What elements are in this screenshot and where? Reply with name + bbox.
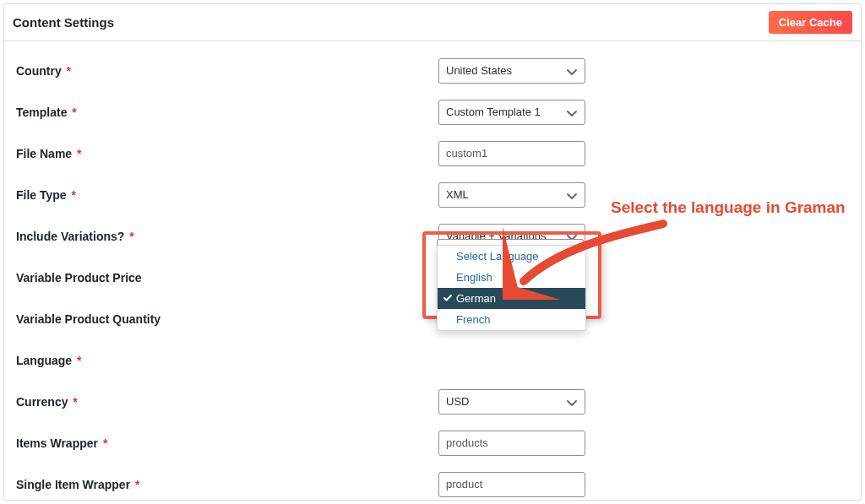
country-select[interactable]: United States — [438, 58, 585, 84]
label-include-variations-text: Include Variations? — [16, 230, 124, 243]
row-country: Country * United States — [16, 50, 849, 91]
row-single-item-wrapper: Single Item Wrapper * — [16, 463, 849, 504]
language-option-placeholder[interactable]: Select Language — [438, 246, 585, 267]
file-name-input[interactable] — [438, 141, 585, 166]
template-select[interactable]: Custom Template 1 — [438, 100, 585, 125]
label-variable-product-price: Variable Product Price — [16, 271, 438, 285]
row-items-wrapper: Items Wrapper * — [16, 422, 849, 463]
required-marker: * — [135, 478, 139, 491]
chevron-down-icon — [564, 395, 579, 410]
clear-cache-button[interactable]: Clear Cache — [769, 11, 852, 34]
label-country-text: Country — [16, 64, 62, 78]
label-items-wrapper-text: Items Wrapper — [16, 436, 98, 450]
language-option-german[interactable]: German — [438, 288, 585, 309]
label-include-variations: Include Variations? * — [16, 230, 438, 243]
country-select-value: United States — [446, 64, 512, 77]
card-header: Content Settings Clear Cache — [4, 4, 861, 41]
label-file-name-text: File Name — [16, 147, 72, 160]
template-select-value: Custom Template 1 — [446, 106, 541, 118]
row-file-name: File Name * — [16, 133, 849, 174]
page-title: Content Settings — [13, 15, 114, 30]
label-file-type-text: File Type — [16, 188, 67, 202]
label-country: Country * — [16, 64, 438, 78]
language-option-german-label: German — [456, 292, 496, 305]
check-icon — [443, 292, 453, 302]
row-variable-product-quantity: Variable Product Quantity — [16, 298, 849, 339]
row-template: Template * Custom Template 1 — [16, 91, 849, 133]
language-option-french[interactable]: French — [438, 309, 585, 330]
label-items-wrapper: Items Wrapper * — [16, 436, 438, 450]
required-marker: * — [129, 230, 133, 243]
required-marker: * — [72, 188, 76, 202]
required-marker: * — [72, 106, 76, 119]
chevron-down-icon — [564, 188, 579, 203]
label-single-item-wrapper: Single Item Wrapper * — [16, 478, 438, 491]
label-currency-text: Currency — [16, 395, 68, 409]
label-file-name: File Name * — [16, 147, 438, 160]
items-wrapper-input[interactable] — [438, 431, 585, 456]
row-language: Language * — [16, 339, 849, 381]
chevron-down-icon — [564, 106, 579, 121]
currency-select[interactable]: USD — [438, 389, 585, 415]
file-type-select-value: XML — [446, 188, 469, 201]
required-marker: * — [77, 147, 81, 160]
required-marker: * — [103, 436, 107, 450]
required-marker: * — [73, 395, 77, 409]
single-item-wrapper-input[interactable] — [438, 472, 585, 497]
label-single-item-wrapper-text: Single Item Wrapper — [16, 478, 130, 491]
label-variable-product-quantity: Variable Product Quantity — [16, 312, 438, 326]
currency-select-value: USD — [446, 395, 469, 408]
annotation-text: Select the language in Graman — [611, 198, 846, 217]
label-currency: Currency * — [16, 395, 438, 409]
chevron-down-icon — [564, 64, 579, 79]
label-language-text: Language — [16, 354, 72, 367]
file-type-select[interactable]: XML — [438, 182, 585, 208]
label-language: Language * — [16, 354, 438, 367]
required-marker: * — [77, 354, 81, 367]
label-template-text: Template — [16, 106, 67, 119]
form-area: Country * United States Template * Custo… — [4, 41, 861, 504]
label-variable-product-quantity-text: Variable Product Quantity — [16, 312, 160, 326]
content-settings-card: Content Settings Clear Cache Country * U… — [3, 3, 862, 501]
row-include-variations: Include Variations? * Variable + Variati… — [16, 215, 849, 257]
row-currency: Currency * USD — [16, 381, 849, 422]
language-option-english[interactable]: English — [438, 267, 585, 288]
label-variable-product-price-text: Variable Product Price — [16, 271, 142, 285]
row-variable-product-price: Variable Product Price First Variation P… — [16, 257, 849, 298]
language-dropdown-panel: Select Language English German French — [437, 245, 586, 331]
required-marker: * — [67, 64, 71, 78]
label-file-type: File Type * — [16, 188, 438, 202]
label-template: Template * — [16, 106, 438, 119]
